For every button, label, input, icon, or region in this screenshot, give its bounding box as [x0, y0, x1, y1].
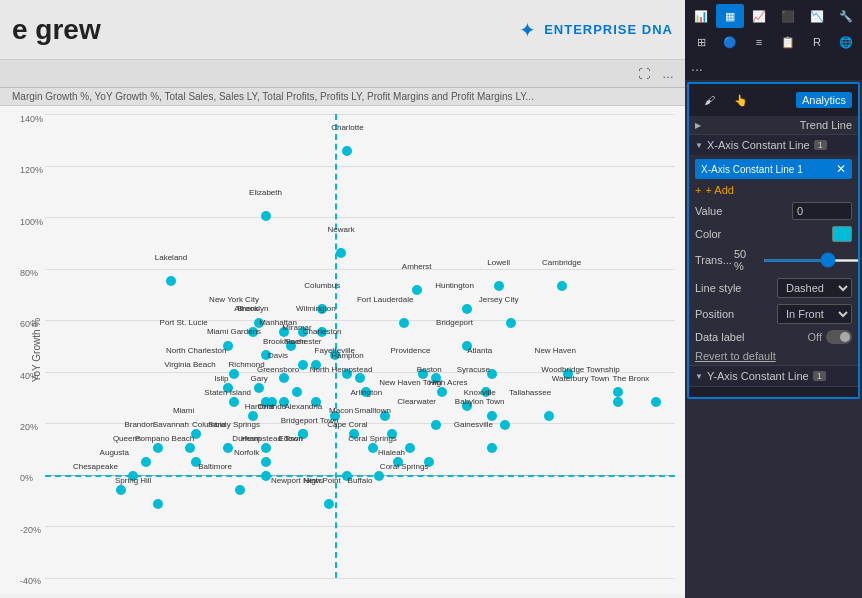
data-label-toggle: Off	[808, 330, 852, 344]
dot-label: Atlanta	[467, 346, 492, 355]
dot-label: Buffalo	[348, 476, 373, 485]
scatter-dot	[613, 397, 623, 407]
scatter-dot	[324, 499, 334, 509]
position-row: Position In Front Behind	[689, 301, 858, 327]
dot-label: Lowell	[487, 258, 510, 267]
x-axis-line-item[interactable]: X-Axis Constant Line 1 ✕	[695, 159, 852, 179]
transparency-value: 50 %	[734, 248, 759, 272]
y-tick: 140%	[20, 114, 43, 124]
dot-label: Gainesville	[454, 420, 493, 429]
scatter-dot	[412, 285, 422, 295]
chart-icon-12[interactable]: 🌐	[832, 30, 860, 54]
chart-icon-5[interactable]: 📉	[803, 4, 831, 28]
dot-label: Miami	[173, 406, 194, 415]
dot-label: Amherst	[402, 262, 432, 271]
scatter-dot	[166, 276, 176, 286]
chart-icon-6[interactable]: 🔧	[832, 4, 860, 28]
scatter-dot	[229, 369, 239, 379]
dot-label: Virginia Beach	[164, 360, 215, 369]
dot-label: Providence	[390, 346, 430, 355]
revert-button[interactable]: Revert to default	[689, 347, 858, 365]
chart-toolbar: ⛶ …	[0, 60, 685, 88]
x-axis-section-header[interactable]: ▼ X-Axis Constant Line 1	[689, 134, 858, 155]
dot-label: Edison	[278, 434, 302, 443]
position-label: Position	[695, 308, 734, 320]
add-button[interactable]: + + Add	[689, 181, 858, 199]
expand-icon[interactable]: ⛶	[635, 65, 653, 83]
y-tick: 40%	[20, 371, 43, 381]
dot-label: Wilmington	[296, 304, 336, 313]
value-label: Value	[695, 205, 722, 217]
trend-line-row[interactable]: ▶ Trend Line	[689, 116, 858, 134]
x-axis-chevron-icon: ▼	[695, 141, 703, 150]
data-label-row: Data label Off	[689, 327, 858, 347]
dot-label: The Bronx	[612, 374, 649, 383]
scatter-dot	[399, 318, 409, 328]
dot-label: Gary	[251, 374, 268, 383]
chart-subtitle: Margin Growth %, YoY Growth %, Total Sal…	[0, 88, 685, 106]
scatter-dot	[368, 443, 378, 453]
data-label-label: Data label	[695, 331, 745, 343]
dot-label: Spring Hill	[115, 476, 151, 485]
scatter-dot	[462, 304, 472, 314]
analytics-label: Analytics	[796, 92, 852, 108]
scatter-dot	[261, 211, 271, 221]
chart-icon-1[interactable]: 📊	[687, 4, 715, 28]
dot-label: Lakeland	[155, 253, 187, 262]
scatter-dot	[153, 499, 163, 509]
dot-label: Tallahassee	[509, 388, 551, 397]
scatter-dot	[229, 397, 239, 407]
scatter-dot	[261, 457, 271, 467]
data-label-toggle-button[interactable]	[826, 330, 852, 344]
transparency-slider[interactable]	[763, 259, 860, 262]
add-icon: +	[695, 184, 701, 196]
add-label: + Add	[705, 184, 733, 196]
dot-label: Chesapeake	[73, 462, 118, 471]
dot-label: Waterbury Town	[552, 374, 609, 383]
chart-icon-4[interactable]: ⬛	[774, 4, 802, 28]
chart-icon-7[interactable]: ⊞	[687, 30, 715, 54]
dot-label: Norfolk	[234, 448, 259, 457]
dot-label: Athens	[234, 304, 259, 313]
position-select[interactable]: In Front Behind	[777, 304, 852, 324]
tab-analytics[interactable]: 👆	[727, 88, 755, 112]
dot-label: Arlington	[351, 388, 383, 397]
chart-icon-8[interactable]: 🔵	[716, 30, 744, 54]
chart-icon-9[interactable]: ≡	[745, 30, 773, 54]
y-tick: 80%	[20, 268, 43, 278]
transparency-row: Trans... 50 %	[689, 245, 858, 275]
scatter-dot	[487, 443, 497, 453]
scatter-dot	[487, 411, 497, 421]
chart-icon-2[interactable]: ▦	[716, 4, 744, 28]
scatter-dot	[292, 387, 302, 397]
scatter-dot	[355, 373, 365, 383]
dot-label: Brandon	[124, 420, 154, 429]
y-axis-section-header[interactable]: ▼ Y-Axis Constant Line 1	[689, 365, 858, 387]
more-options-icon[interactable]: …	[659, 65, 677, 83]
chart-icon-3[interactable]: 📈	[745, 4, 773, 28]
analytics-tabs: 🖌 👆	[695, 88, 755, 112]
tab-format[interactable]: 🖌	[695, 88, 723, 112]
bottom-bar	[689, 387, 858, 397]
color-swatch[interactable]	[832, 226, 852, 242]
scatter-dot	[254, 383, 264, 393]
dot-label: Augusta	[100, 448, 129, 457]
chart-icon-11[interactable]: R	[803, 30, 831, 54]
dot-label: Cambridge	[542, 258, 581, 267]
dot-label: Jersey City	[479, 295, 519, 304]
line-style-select[interactable]: Dashed Solid Dotted	[777, 278, 852, 298]
chart-plot: CharlotteElizabethNewarkLakelandColumbus…	[45, 114, 675, 578]
scatter-dot	[651, 397, 661, 407]
dot-label: Elizabeth	[249, 188, 282, 197]
value-input[interactable]	[792, 202, 852, 220]
dot-label: New Haven	[535, 346, 576, 355]
x-axis-line-item-label: X-Axis Constant Line 1	[701, 164, 803, 175]
dot-label: Alexandria	[284, 402, 322, 411]
dot-label: New York City	[209, 295, 259, 304]
scatter-container: YoY Growth % 140% 120% 100% 80% 60% 40% …	[0, 106, 685, 594]
chart-icon-10[interactable]: 📋	[774, 30, 802, 54]
dot-label: Hialeah	[378, 448, 405, 457]
y-tick: 120%	[20, 165, 43, 175]
icon-row-1: 📊 ▦ 📈 ⬛ 📉 🔧	[687, 4, 860, 28]
x-axis-line-item-close[interactable]: ✕	[836, 162, 846, 176]
